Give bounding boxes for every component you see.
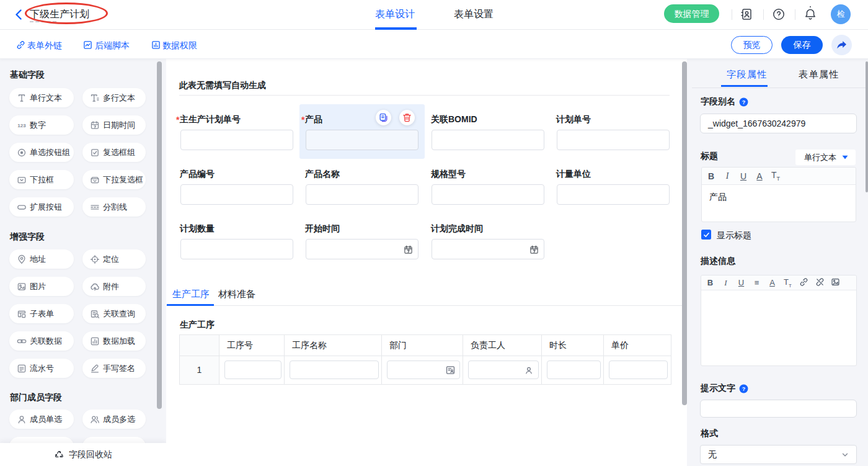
- svg-text:123: 123: [17, 123, 26, 128]
- svg-text:?: ?: [742, 385, 745, 392]
- svg-text:?: ?: [742, 99, 745, 105]
